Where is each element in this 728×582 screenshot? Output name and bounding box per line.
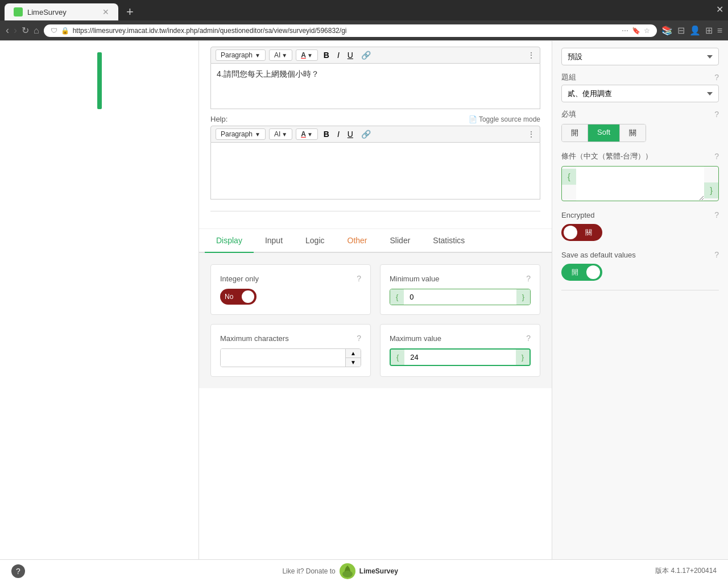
home-button[interactable]: ⌂ (34, 26, 39, 36)
encrypted-toggle[interactable]: 關 (561, 224, 602, 241)
integer-only-card: Integer only ? No (210, 264, 371, 315)
minimum-value-card: Minimum value ? { } (380, 264, 540, 315)
encrypted-label: Encrypted (561, 211, 595, 219)
url-bar[interactable]: 🛡 🔒 https://limesurvey.imacat.idv.tw/ind… (44, 24, 657, 37)
encrypted-off-label: 關 (577, 228, 600, 238)
minimum-value-help-icon[interactable]: ? (526, 274, 531, 283)
max-chars-down-button[interactable]: ▼ (346, 358, 361, 367)
sidebar-icon[interactable]: ⊟ (677, 25, 685, 36)
minimum-value-input-wrap: { } (390, 289, 531, 305)
underline-button[interactable]: U (345, 49, 355, 61)
preset-select[interactable]: 預設 (561, 48, 719, 65)
help-circle-icon[interactable]: ? (11, 564, 25, 578)
integer-only-toggle[interactable]: No (220, 289, 257, 305)
help-bold-button[interactable]: B (321, 128, 332, 140)
more-icon: ⋯ (622, 27, 628, 35)
integer-only-label: Integer only (220, 275, 259, 283)
footer-version: 版本 4.1.17+200414 (655, 566, 717, 576)
tab-statistics[interactable]: Statistics (421, 229, 476, 253)
integer-only-help-icon[interactable]: ? (357, 274, 361, 283)
max-value-prefix: { (391, 350, 404, 365)
help-underline-button[interactable]: U (345, 128, 355, 140)
help-label: Help: (210, 115, 228, 123)
mandatory-help-icon[interactable]: ? (714, 110, 719, 119)
ai-chevron-icon: ▼ (282, 52, 287, 59)
save-default-toggle[interactable]: 開 (561, 264, 602, 281)
browser-close-icon[interactable]: ✕ (716, 1, 723, 20)
save-default-help-icon[interactable]: ? (714, 250, 719, 259)
extensions2-icon[interactable]: ⊞ (705, 25, 713, 36)
help-italic-button[interactable]: I (335, 128, 342, 140)
max-chars-card: Maximum characters ? ▲ ▼ (210, 324, 371, 377)
mandatory-off-button[interactable]: 關 (620, 124, 646, 142)
question-editor[interactable]: 4.請問您每天上網幾個小時？ (210, 64, 540, 109)
save-default-section: Save as default values ? 開 (561, 250, 719, 281)
tab-close-icon[interactable]: ✕ (102, 7, 109, 16)
link-button[interactable]: 🔗 (359, 49, 373, 61)
bold-button[interactable]: B (321, 49, 332, 61)
help-more-toolbar-icon[interactable]: ⋮ (527, 130, 535, 139)
extensions-icon[interactable]: 📚 (661, 25, 673, 36)
left-sidebar (0, 41, 199, 559)
maximum-value-help-icon[interactable]: ? (526, 334, 531, 343)
tab-input[interactable]: Input (254, 229, 294, 253)
minimum-value-input[interactable] (404, 289, 516, 305)
group-select[interactable]: 貳、使用調查 (561, 85, 719, 102)
group-label: 題組 (561, 72, 576, 82)
forward-button[interactable]: › (14, 24, 17, 36)
tabs-section: Display Input Logic Other Slider Statist… (199, 229, 552, 559)
save-default-knob (586, 265, 600, 279)
tab-title: LimeSurvey (27, 8, 67, 16)
condition-input-wrap: { } (561, 166, 719, 201)
tab-favicon (14, 7, 23, 16)
ai-select[interactable]: AI ▼ (269, 49, 292, 61)
mandatory-btn-group: 開 Soft 關 (561, 124, 646, 142)
browser-tab[interactable]: LimeSurvey ✕ (5, 3, 118, 20)
save-default-label: Save as default values (561, 251, 636, 259)
mandatory-soft-button[interactable]: Soft (588, 124, 620, 142)
tab-display[interactable]: Display (205, 229, 254, 253)
help-font-color-select[interactable]: A ▼ (296, 128, 318, 140)
tab-logic[interactable]: Logic (294, 229, 336, 253)
back-button[interactable]: ‹ (6, 24, 9, 36)
tab-other[interactable]: Other (336, 229, 379, 253)
max-chars-help-icon[interactable]: ? (357, 334, 361, 343)
reload-button[interactable]: ↻ (22, 25, 29, 36)
more-toolbar-icon[interactable]: ⋮ (527, 51, 535, 60)
paragraph-select[interactable]: Paragraph ▼ (216, 49, 266, 61)
font-chevron-icon: ▼ (307, 52, 313, 59)
minimum-value-label: Minimum value (390, 275, 439, 283)
group-section: 題組 ? 貳、使用調查 (561, 72, 719, 102)
max-chars-input[interactable] (221, 349, 345, 367)
main-editor-toolbar: Paragraph ▼ AI ▼ A ▼ B I U 🔗 ⋮ (210, 47, 540, 64)
tab-slider[interactable]: Slider (379, 229, 422, 253)
help-link-button[interactable]: 🔗 (359, 128, 373, 140)
max-chars-up-button[interactable]: ▲ (346, 349, 361, 358)
svg-point-1 (342, 571, 353, 577)
footer-logo: Like it? Donate to LimeSurvey (282, 563, 398, 580)
tabs-nav: Display Input Logic Other Slider Statist… (199, 229, 552, 253)
mandatory-label: 必填 (561, 109, 576, 119)
maximum-value-input[interactable] (404, 350, 515, 365)
condition-help-icon[interactable]: ? (714, 152, 719, 161)
font-color-select[interactable]: A ▼ (296, 49, 318, 61)
condition-suffix: } (704, 182, 718, 198)
profile-icon[interactable]: 👤 (689, 25, 701, 36)
menu-icon[interactable]: ≡ (717, 26, 722, 36)
italic-button[interactable]: I (335, 49, 342, 61)
toggle-source-button[interactable]: 📄 Toggle source mode (469, 115, 540, 123)
mandatory-section: 必填 ? 開 Soft 關 (561, 109, 719, 142)
save-default-on-label: 開 (564, 268, 586, 277)
condition-textarea[interactable] (576, 167, 705, 201)
tab-content-input: Integer only ? No Minimum value (199, 253, 552, 388)
mandatory-on-button[interactable]: 開 (562, 124, 588, 142)
help-ai-select[interactable]: AI ▼ (269, 128, 292, 140)
help-editor-toolbar: Paragraph ▼ AI ▼ A ▼ B I U 🔗 ⋮ (210, 126, 540, 143)
help-paragraph-select[interactable]: Paragraph ▼ (216, 128, 266, 140)
group-help-icon[interactable]: ? (714, 73, 719, 82)
help-editor[interactable] (210, 143, 540, 199)
help-paragraph-chevron-icon: ▼ (255, 131, 260, 138)
encrypted-help-icon[interactable]: ? (714, 210, 719, 219)
maximum-value-card: Maximum value ? { } (380, 324, 540, 377)
new-tab-button[interactable]: + (121, 3, 139, 20)
